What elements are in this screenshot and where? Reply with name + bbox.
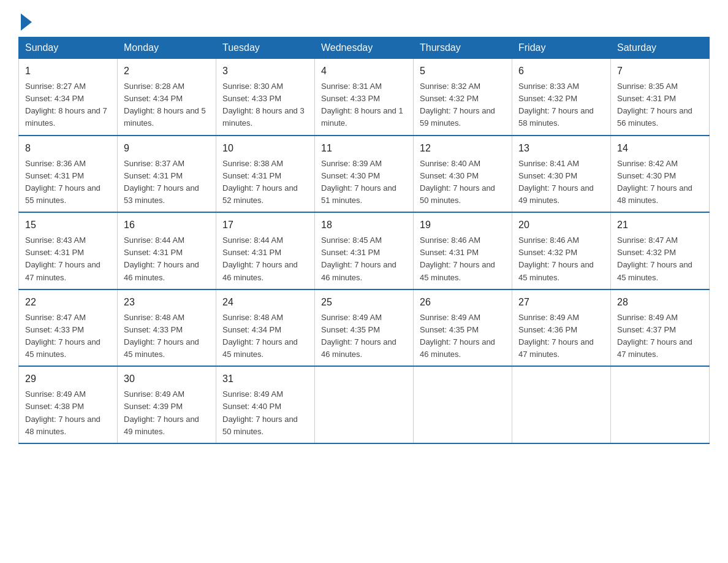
day-number: 14 xyxy=(617,141,703,156)
calendar-cell-9: 9Sunrise: 8:37 AMSunset: 4:31 PMDaylight… xyxy=(118,136,216,213)
day-number: 18 xyxy=(321,218,407,232)
day-info: Sunrise: 8:47 AMSunset: 4:32 PMDaylight:… xyxy=(617,236,692,282)
calendar-cell-1: 1Sunrise: 8:27 AMSunset: 4:34 PMDaylight… xyxy=(19,59,118,136)
day-number: 3 xyxy=(222,64,308,79)
day-info: Sunrise: 8:49 AMSunset: 4:40 PMDaylight:… xyxy=(222,389,298,435)
day-info: Sunrise: 8:31 AMSunset: 4:33 PMDaylight:… xyxy=(321,82,403,128)
day-info: Sunrise: 8:48 AMSunset: 4:34 PMDaylight:… xyxy=(222,313,298,359)
calendar-cell-15: 15Sunrise: 8:43 AMSunset: 4:31 PMDayligh… xyxy=(19,212,118,289)
day-info: Sunrise: 8:49 AMSunset: 4:39 PMDaylight:… xyxy=(124,389,199,435)
day-number: 6 xyxy=(518,64,604,79)
day-number: 30 xyxy=(124,372,210,386)
calendar-cell-31: 31Sunrise: 8:49 AMSunset: 4:40 PMDayligh… xyxy=(216,366,315,443)
day-header-tuesday: Tuesday xyxy=(216,37,315,59)
logo xyxy=(18,12,32,31)
day-header-saturday: Saturday xyxy=(611,37,710,59)
day-info: Sunrise: 8:37 AMSunset: 4:31 PMDaylight:… xyxy=(124,159,199,205)
day-number: 16 xyxy=(124,218,210,232)
calendar-cell-4: 4Sunrise: 8:31 AMSunset: 4:33 PMDaylight… xyxy=(315,59,414,136)
calendar-cell-19: 19Sunrise: 8:46 AMSunset: 4:31 PMDayligh… xyxy=(414,212,512,289)
day-header-sunday: Sunday xyxy=(19,37,118,59)
calendar-cell-26: 26Sunrise: 8:49 AMSunset: 4:35 PMDayligh… xyxy=(414,289,512,367)
calendar-cell-18: 18Sunrise: 8:45 AMSunset: 4:31 PMDayligh… xyxy=(315,212,414,289)
calendar-cell-29: 29Sunrise: 8:49 AMSunset: 4:38 PMDayligh… xyxy=(19,366,118,443)
calendar-cell-21: 21Sunrise: 8:47 AMSunset: 4:32 PMDayligh… xyxy=(611,212,710,289)
calendar-cell-22: 22Sunrise: 8:47 AMSunset: 4:33 PMDayligh… xyxy=(19,289,118,367)
day-info: Sunrise: 8:33 AMSunset: 4:32 PMDaylight:… xyxy=(518,82,594,128)
day-info: Sunrise: 8:49 AMSunset: 4:35 PMDaylight:… xyxy=(321,313,396,359)
day-info: Sunrise: 8:45 AMSunset: 4:31 PMDaylight:… xyxy=(321,236,396,282)
calendar-cell-7: 7Sunrise: 8:35 AMSunset: 4:31 PMDaylight… xyxy=(611,59,710,136)
day-info: Sunrise: 8:41 AMSunset: 4:30 PMDaylight:… xyxy=(518,159,594,205)
day-info: Sunrise: 8:47 AMSunset: 4:33 PMDaylight:… xyxy=(25,313,100,359)
empty-cell xyxy=(611,366,710,443)
calendar-cell-24: 24Sunrise: 8:48 AMSunset: 4:34 PMDayligh… xyxy=(216,289,315,367)
calendar-cell-12: 12Sunrise: 8:40 AMSunset: 4:30 PMDayligh… xyxy=(414,136,512,213)
day-info: Sunrise: 8:38 AMSunset: 4:31 PMDaylight:… xyxy=(222,159,298,205)
day-info: Sunrise: 8:49 AMSunset: 4:38 PMDaylight:… xyxy=(25,389,100,435)
day-number: 22 xyxy=(25,295,111,310)
empty-cell xyxy=(414,366,512,443)
calendar-cell-28: 28Sunrise: 8:49 AMSunset: 4:37 PMDayligh… xyxy=(611,289,710,367)
day-info: Sunrise: 8:44 AMSunset: 4:31 PMDaylight:… xyxy=(124,236,199,282)
calendar-cell-23: 23Sunrise: 8:48 AMSunset: 4:33 PMDayligh… xyxy=(118,289,216,367)
day-number: 1 xyxy=(25,64,111,79)
day-number: 31 xyxy=(222,372,308,386)
day-info: Sunrise: 8:27 AMSunset: 4:34 PMDaylight:… xyxy=(25,82,107,128)
day-info: Sunrise: 8:46 AMSunset: 4:31 PMDaylight:… xyxy=(420,236,495,282)
day-info: Sunrise: 8:46 AMSunset: 4:32 PMDaylight:… xyxy=(518,236,594,282)
day-number: 29 xyxy=(25,372,111,386)
day-info: Sunrise: 8:32 AMSunset: 4:32 PMDaylight:… xyxy=(420,82,495,128)
day-info: Sunrise: 8:49 AMSunset: 4:37 PMDaylight:… xyxy=(617,313,692,359)
day-info: Sunrise: 8:30 AMSunset: 4:33 PMDaylight:… xyxy=(222,82,305,128)
day-number: 15 xyxy=(25,218,111,232)
calendar-cell-16: 16Sunrise: 8:44 AMSunset: 4:31 PMDayligh… xyxy=(118,212,216,289)
day-header-monday: Monday xyxy=(118,37,216,59)
header-area xyxy=(18,12,710,31)
empty-cell xyxy=(512,366,611,443)
calendar-cell-27: 27Sunrise: 8:49 AMSunset: 4:36 PMDayligh… xyxy=(512,289,611,367)
day-number: 21 xyxy=(617,218,703,232)
calendar-cell-8: 8Sunrise: 8:36 AMSunset: 4:31 PMDaylight… xyxy=(19,136,118,213)
day-number: 11 xyxy=(321,141,407,156)
calendar-cell-13: 13Sunrise: 8:41 AMSunset: 4:30 PMDayligh… xyxy=(512,136,611,213)
calendar-cell-5: 5Sunrise: 8:32 AMSunset: 4:32 PMDaylight… xyxy=(414,59,512,136)
day-number: 2 xyxy=(124,64,210,79)
day-info: Sunrise: 8:36 AMSunset: 4:31 PMDaylight:… xyxy=(25,159,100,205)
day-number: 23 xyxy=(124,295,210,310)
day-number: 12 xyxy=(420,141,506,156)
day-number: 9 xyxy=(124,141,210,156)
day-info: Sunrise: 8:44 AMSunset: 4:31 PMDaylight:… xyxy=(222,236,298,282)
day-info: Sunrise: 8:39 AMSunset: 4:30 PMDaylight:… xyxy=(321,159,396,205)
day-info: Sunrise: 8:48 AMSunset: 4:33 PMDaylight:… xyxy=(124,313,199,359)
calendar-cell-11: 11Sunrise: 8:39 AMSunset: 4:30 PMDayligh… xyxy=(315,136,414,213)
day-info: Sunrise: 8:49 AMSunset: 4:36 PMDaylight:… xyxy=(518,313,594,359)
day-number: 19 xyxy=(420,218,506,232)
day-number: 26 xyxy=(420,295,506,310)
day-info: Sunrise: 8:40 AMSunset: 4:30 PMDaylight:… xyxy=(420,159,495,205)
day-info: Sunrise: 8:49 AMSunset: 4:35 PMDaylight:… xyxy=(420,313,495,359)
day-number: 27 xyxy=(518,295,604,310)
calendar-cell-6: 6Sunrise: 8:33 AMSunset: 4:32 PMDaylight… xyxy=(512,59,611,136)
day-number: 17 xyxy=(222,218,308,232)
empty-cell xyxy=(315,366,414,443)
day-number: 13 xyxy=(518,141,604,156)
day-number: 7 xyxy=(617,64,703,79)
calendar-cell-10: 10Sunrise: 8:38 AMSunset: 4:31 PMDayligh… xyxy=(216,136,315,213)
calendar-cell-20: 20Sunrise: 8:46 AMSunset: 4:32 PMDayligh… xyxy=(512,212,611,289)
day-number: 4 xyxy=(321,64,407,79)
calendar-cell-2: 2Sunrise: 8:28 AMSunset: 4:34 PMDaylight… xyxy=(118,59,216,136)
day-info: Sunrise: 8:35 AMSunset: 4:31 PMDaylight:… xyxy=(617,82,692,128)
day-number: 10 xyxy=(222,141,308,156)
day-number: 24 xyxy=(222,295,308,310)
logo-arrow-icon xyxy=(21,13,32,31)
calendar-cell-17: 17Sunrise: 8:44 AMSunset: 4:31 PMDayligh… xyxy=(216,212,315,289)
day-header-friday: Friday xyxy=(512,37,611,59)
day-info: Sunrise: 8:42 AMSunset: 4:30 PMDaylight:… xyxy=(617,159,692,205)
day-header-wednesday: Wednesday xyxy=(315,37,414,59)
day-number: 8 xyxy=(25,141,111,156)
day-header-thursday: Thursday xyxy=(414,37,512,59)
calendar-table: SundayMondayTuesdayWednesdayThursdayFrid… xyxy=(18,37,710,444)
day-number: 25 xyxy=(321,295,407,310)
calendar-cell-30: 30Sunrise: 8:49 AMSunset: 4:39 PMDayligh… xyxy=(118,366,216,443)
